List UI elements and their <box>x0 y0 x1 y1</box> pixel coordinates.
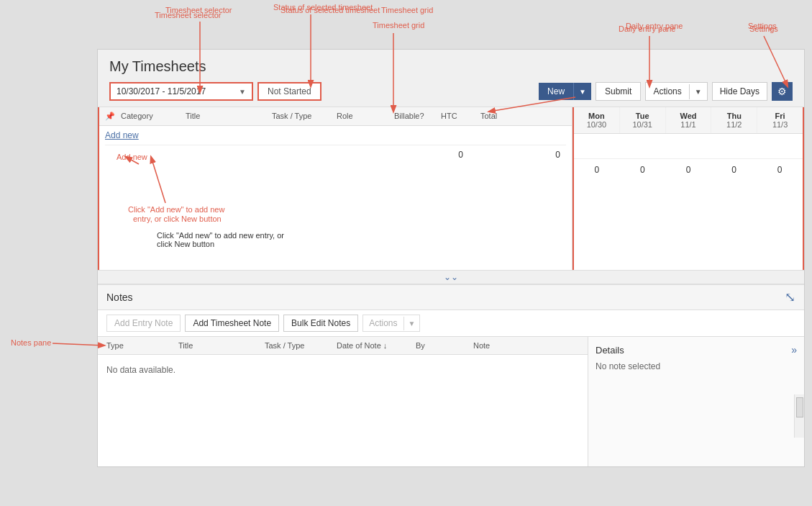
day-wed-value: 0 <box>665 165 711 175</box>
notes-title: Notes <box>106 292 785 303</box>
day-wed: Wed 11/1 <box>666 107 712 133</box>
status-badge: Not Started <box>257 82 321 101</box>
notes-actions-dropdown[interactable]: ▼ <box>403 317 420 330</box>
notes-collapse-icon[interactable]: ⤡ <box>785 291 795 304</box>
notes-content: Type Title Task / Type Date of Note ↓ By… <box>98 337 804 466</box>
details-pane: Details » No note selected <box>588 337 804 466</box>
notes-col-by: By <box>416 341 473 350</box>
scrollbar-handle[interactable] <box>796 397 803 417</box>
annotation-timesheet-grid: Timesheet grid <box>381 6 433 14</box>
annotation-daily-entry: Daily entry pane <box>626 22 683 30</box>
col-task: Task / Type <box>272 112 337 121</box>
notes-section: Notes ⤡ Add Entry Note Add Timesheet Not… <box>98 284 804 466</box>
pin-icon: 📌 <box>105 112 121 121</box>
settings-button[interactable]: ⚙ <box>772 82 793 101</box>
new-button[interactable]: New <box>539 83 573 100</box>
day-tue-value: 0 <box>620 165 666 175</box>
day-tue: Tue 10/31 <box>620 107 666 133</box>
annotation-settings: Settings <box>748 22 777 30</box>
day-thu-value: 0 <box>711 165 757 175</box>
svg-text:Settings: Settings <box>749 24 778 33</box>
instruction-text: Click "Add new" to add new entry, or cli… <box>157 231 286 248</box>
svg-text:Timesheet selector: Timesheet selector <box>155 11 222 19</box>
page-title: My Timesheets <box>109 58 793 75</box>
day-fri-value: 0 <box>757 165 803 175</box>
col-total: Total <box>480 112 566 121</box>
add-timesheet-note-button[interactable]: Add Timesheet Note <box>185 315 279 332</box>
day-mon: Mon 10/30 <box>574 107 620 133</box>
day-thu: Thu 11/2 <box>711 107 757 133</box>
col-role: Role <box>337 112 394 121</box>
hide-days-button[interactable]: Hide Days <box>712 82 767 101</box>
timesheet-selector-arrow: ▼ <box>239 88 246 96</box>
svg-text:Timesheet grid: Timesheet grid <box>373 21 424 30</box>
grand-total: 0 <box>480 150 566 160</box>
bulk-edit-notes-button[interactable]: Bulk Edit Notes <box>283 315 358 332</box>
submit-button[interactable]: Submit <box>596 82 641 101</box>
notes-actions-label: Actions <box>363 315 403 331</box>
svg-text:Status of selected timesheet: Status of selected timesheet <box>273 3 373 12</box>
timesheet-grid: 📌 Category Title Task / Type Role Billab… <box>99 107 572 270</box>
day-fri: Fri 11/3 <box>757 107 803 133</box>
col-billable: Billable? <box>394 112 441 121</box>
actions-dropdown[interactable]: ▼ <box>689 84 707 99</box>
col-category: Category <box>121 112 186 121</box>
col-title: Title <box>186 112 272 121</box>
day-mon-value: 0 <box>574 165 620 175</box>
notes-col-task: Task / Type <box>265 341 337 350</box>
no-note-selected: No note selected <box>596 361 660 371</box>
daily-entry-pane: Mon 10/30 Tue 10/31 Wed 11/1 Thu 11/2 <box>572 107 803 270</box>
notes-col-note: Note <box>473 341 579 350</box>
section-collapse[interactable]: ⌄⌄ <box>444 272 458 282</box>
new-button-dropdown[interactable]: ▼ <box>573 83 591 100</box>
notes-col-date: Date of Note ↓ <box>337 341 416 350</box>
col-htc: HTC <box>441 112 480 121</box>
svg-text:Daily entry pane: Daily entry pane <box>619 24 676 33</box>
timesheet-selector[interactable]: 10/30/2017 - 11/5/2017 ▼ <box>109 82 253 101</box>
add-new-link[interactable]: Add new <box>105 130 139 140</box>
annotation-status: Status of selected timesheet <box>280 6 380 14</box>
notes-col-title: Title <box>178 341 265 350</box>
actions-button-label: Actions <box>646 83 688 100</box>
notes-col-type: Type <box>106 341 178 350</box>
svg-text:Notes pane: Notes pane <box>11 338 51 347</box>
details-expand-icon[interactable]: » <box>791 344 797 356</box>
annotation-timesheet-selector: Timesheet selector <box>165 6 232 14</box>
empty-total: 0 <box>441 150 480 160</box>
details-title: Details <box>596 345 791 356</box>
notes-no-data: No data available. <box>98 355 588 385</box>
add-entry-note-button[interactable]: Add Entry Note <box>106 315 181 332</box>
